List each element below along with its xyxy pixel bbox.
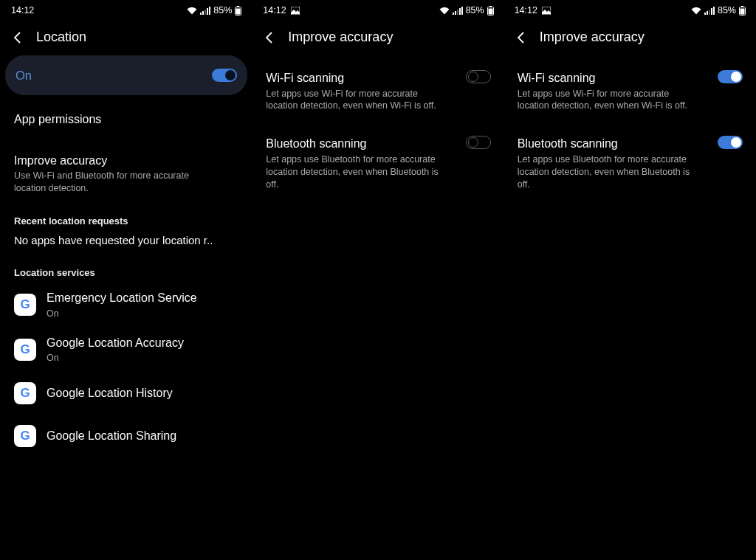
battery-text: 85%: [466, 5, 484, 15]
status-time: 14:12: [515, 5, 537, 15]
battery-text: 85%: [213, 5, 232, 15]
page-title: Improve accuracy: [288, 30, 393, 45]
wifi-icon: [187, 7, 197, 15]
battery-icon: [487, 6, 494, 15]
service-google-location-accuracy[interactable]: G Google Location Accuracy On: [1, 328, 252, 372]
status-bar: 14:12 85%: [252, 0, 504, 21]
google-icon: G: [14, 294, 36, 316]
service-google-location-history[interactable]: G Google Location History: [1, 372, 252, 415]
wifi-scanning-subtitle: Let apps use Wi-Fi for more accurate loc…: [266, 88, 450, 113]
signal-icon: [704, 7, 715, 15]
status-icons: 85%: [187, 5, 241, 15]
wifi-scanning-title: Wi-Fi scanning: [266, 70, 450, 86]
svg-rect-11: [457, 10, 458, 15]
svg-rect-21: [711, 8, 712, 15]
bluetooth-scanning-subtitle: Let apps use Bluetooth for more accurate…: [518, 153, 702, 191]
back-button[interactable]: [263, 31, 276, 44]
svg-rect-16: [488, 8, 492, 14]
signal-icon: [200, 7, 210, 15]
svg-rect-0: [200, 13, 202, 15]
svg-rect-1: [202, 11, 204, 15]
status-icons: 85%: [439, 5, 494, 15]
svg-rect-19: [707, 11, 708, 15]
back-button[interactable]: [515, 31, 528, 44]
wifi-scanning-toggle[interactable]: [718, 70, 743, 83]
service-title: Google Location Sharing: [47, 428, 176, 444]
wifi-scanning-subtitle: Let apps use Wi-Fi for more accurate loc…: [518, 88, 702, 113]
battery-text: 85%: [718, 5, 736, 15]
header: Improve accuracy: [504, 21, 756, 55]
bluetooth-scanning-subtitle: Let apps use Bluetooth for more accurate…: [266, 153, 450, 191]
wifi-icon: [691, 7, 701, 15]
svg-rect-25: [740, 8, 744, 14]
header: Location: [1, 21, 252, 55]
wifi-scanning-row[interactable]: Wi-Fi scanning Let apps use Wi-Fi for mo…: [504, 55, 756, 124]
service-emergency-location[interactable]: G Emergency Location Service On: [1, 283, 252, 327]
service-subtitle: On: [47, 352, 184, 364]
location-services-label: Location services: [1, 254, 252, 283]
improve-accuracy-subtitle: Use Wi-Fi and Bluetooth for more accurat…: [14, 170, 199, 195]
google-icon: G: [14, 382, 36, 404]
svg-rect-22: [713, 7, 715, 15]
app-permissions-row[interactable]: App permissions: [1, 95, 252, 144]
back-button[interactable]: [11, 31, 24, 44]
master-toggle-row[interactable]: On: [5, 55, 247, 95]
bluetooth-scanning-title: Bluetooth scanning: [266, 136, 450, 152]
bluetooth-scanning-title: Bluetooth scanning: [518, 136, 702, 152]
page-title: Improve accuracy: [540, 30, 645, 45]
improve-accuracy-row[interactable]: Improve accuracy Use Wi-Fi and Bluetooth…: [1, 144, 252, 208]
svg-rect-9: [453, 13, 454, 15]
svg-rect-13: [461, 7, 463, 15]
bluetooth-scanning-toggle[interactable]: [466, 136, 491, 149]
wifi-scanning-title: Wi-Fi scanning: [518, 70, 702, 86]
improve-accuracy-title: Improve accuracy: [14, 153, 238, 169]
screen-location: 14:12 85% Location On App permissions Im…: [0, 0, 252, 560]
app-permissions-label: App permissions: [14, 111, 238, 128]
svg-rect-2: [205, 10, 206, 15]
service-title: Google Location History: [47, 385, 173, 401]
gallery-icon: [291, 7, 300, 15]
signal-icon: [453, 7, 463, 15]
service-title: Google Location Accuracy: [47, 335, 184, 351]
status-bar: 14:12 85%: [1, 0, 252, 21]
screen-improve-accuracy-off: 14:12 85% Improve accuracy Wi-Fi scannin…: [252, 0, 504, 560]
bluetooth-scanning-row[interactable]: Bluetooth scanning Let apps use Bluetoot…: [504, 124, 756, 202]
wifi-scanning-row[interactable]: Wi-Fi scanning Let apps use Wi-Fi for mo…: [252, 55, 504, 124]
status-time: 14:12: [263, 5, 286, 15]
service-subtitle: On: [47, 308, 197, 320]
battery-icon: [235, 6, 241, 15]
bluetooth-scanning-row[interactable]: Bluetooth scanning Let apps use Bluetoot…: [252, 124, 504, 202]
svg-rect-12: [459, 8, 461, 15]
page-title: Location: [36, 30, 86, 45]
screen-improve-accuracy-on: 14:12 85% Improve accuracy Wi-Fi scannin…: [504, 0, 756, 560]
svg-rect-10: [455, 11, 456, 15]
svg-rect-7: [236, 8, 241, 14]
gallery-icon: [542, 7, 551, 15]
svg-rect-3: [207, 8, 208, 15]
service-google-location-sharing[interactable]: G Google Location Sharing: [1, 415, 252, 457]
header: Improve accuracy: [252, 21, 504, 55]
status-icons: 85%: [691, 5, 746, 15]
svg-rect-4: [209, 7, 210, 15]
bluetooth-scanning-toggle[interactable]: [718, 136, 743, 149]
google-icon: G: [14, 339, 36, 361]
battery-icon: [739, 6, 746, 15]
wifi-icon: [439, 7, 450, 15]
status-bar: 14:12 85%: [504, 0, 756, 21]
service-title: Emergency Location Service: [47, 290, 197, 306]
wifi-scanning-toggle[interactable]: [466, 70, 491, 83]
master-toggle-label: On: [16, 67, 32, 83]
recent-requests-text: No apps have requested your location r..: [1, 231, 252, 254]
svg-rect-20: [709, 10, 710, 15]
master-toggle-switch[interactable]: [212, 69, 237, 82]
google-icon: G: [14, 425, 36, 447]
svg-rect-18: [704, 13, 706, 15]
recent-requests-label: Recent location requests: [1, 208, 252, 231]
status-time: 14:12: [11, 5, 34, 15]
